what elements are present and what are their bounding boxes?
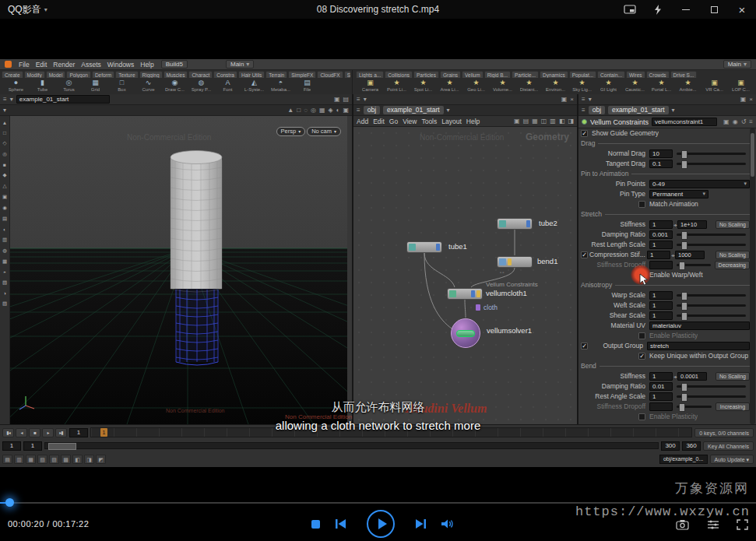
viewport-tool-icon[interactable]: ◎ — [2, 151, 7, 157]
network-menu-item[interactable]: Go — [389, 118, 398, 125]
ladder-arrows-icon[interactable]: ◂▸ — [671, 252, 674, 258]
param-slider[interactable] — [677, 244, 746, 246]
viewport-tool-icon[interactable]: ◆ — [3, 172, 7, 178]
param-slider[interactable] — [677, 264, 711, 266]
shelf-tab[interactable]: Solid — [344, 71, 350, 78]
viewport-toolbar-icon[interactable]: □ — [297, 107, 301, 114]
param-field-wide[interactable]: 0-49▾ — [649, 180, 750, 188]
menu-item[interactable]: Windows — [107, 61, 134, 69]
shelf-tool[interactable]: ★Spot Li... — [410, 79, 436, 93]
shelf-tool[interactable]: ▣VR Ca... — [701, 79, 727, 93]
shelf-tool[interactable]: ★Point Li... — [384, 79, 410, 93]
param-field[interactable]: 1 — [649, 372, 673, 381]
next-button[interactable] — [414, 518, 427, 529]
viewport-toolbar-icon[interactable]: ▣ — [343, 107, 349, 114]
params-header-icon[interactable]: ◉ — [733, 119, 738, 125]
desktop-selector[interactable]: Main▾ — [226, 60, 254, 69]
shelf-tool[interactable]: □Box — [109, 79, 135, 93]
camera-badge[interactable]: No cam▾ — [307, 127, 341, 136]
viewport-tool-icon[interactable]: □ — [3, 130, 6, 135]
shelf-tab[interactable]: Hair Utils — [238, 71, 265, 78]
shelf-tool[interactable]: ★Area Li... — [437, 79, 462, 93]
shelf-tool[interactable]: ●Sphere — [3, 79, 29, 93]
playbar-toggle-icon[interactable]: ▩ — [61, 455, 71, 464]
param-field[interactable]: 1 — [649, 291, 673, 300]
param-field[interactable]: 1 — [649, 220, 673, 229]
pane-divider[interactable] — [352, 94, 353, 424]
shelf-tab[interactable]: Wires — [626, 71, 645, 78]
shelf-tab[interactable]: Lights a... — [356, 71, 384, 78]
params-header-icon[interactable]: ▣ — [723, 119, 730, 125]
playbar-toggle-icon[interactable]: ▤ — [2, 455, 12, 464]
playbar-toggle-icon[interactable]: ▦ — [26, 455, 36, 464]
viewport-tool-icon[interactable]: ▲ — [2, 120, 7, 125]
param-field[interactable] — [649, 261, 673, 269]
breadcrumb-current[interactable]: example_01_start — [608, 106, 669, 114]
playbar-toggle-icon[interactable]: ◧ — [72, 455, 83, 464]
pane-split-icon[interactable]: ▣ — [740, 97, 747, 103]
viewport-tool-icon[interactable]: ◉ — [2, 205, 7, 211]
shelf-tab[interactable]: Populat... — [569, 71, 596, 78]
playbar-toggle-icon[interactable]: ◩ — [96, 455, 106, 464]
breadcrumb-current[interactable]: example_01_start — [383, 106, 444, 114]
shelf-tab[interactable]: Rigid B... — [484, 71, 511, 78]
chevron-down-icon[interactable]: ▾ — [447, 107, 450, 114]
network-menu-item[interactable]: Layout — [441, 118, 462, 125]
shelf-tool[interactable]: ★Portal L... — [649, 79, 674, 93]
shelf-tab[interactable]: CloudFX — [317, 71, 343, 78]
persp-view-badge[interactable]: Persp▾ — [276, 127, 306, 136]
ladder-arrows-icon[interactable]: ◂▸ — [673, 374, 677, 379]
param-field[interactable]: 0.01 — [649, 382, 673, 391]
shelf-tool[interactable]: ★GI Light — [596, 79, 621, 93]
param-slider[interactable] — [677, 153, 746, 155]
playbar-toggle-icon[interactable]: ▧ — [37, 455, 47, 464]
node-display-flag[interactable] — [471, 290, 475, 297]
node-vellumcloth1[interactable] — [447, 288, 483, 300]
param-dropdown[interactable]: Permanent▾ — [649, 190, 709, 198]
hamburger-icon[interactable]: ≡ — [582, 97, 585, 103]
viewport-toolbar-icon[interactable]: ▦ — [319, 107, 325, 114]
playbar-path-field[interactable]: obj/example_0... — [659, 455, 708, 464]
param-checkbox[interactable] — [638, 201, 645, 208]
shelf-tab[interactable]: Texture — [115, 71, 138, 78]
scene-path-field[interactable]: example_01_start — [16, 95, 110, 104]
play-button[interactable] — [367, 510, 395, 538]
shelf-tab[interactable]: Polygon — [66, 71, 91, 78]
shelf-tab[interactable]: Modify — [24, 71, 45, 78]
viewport-tool-icon[interactable]: ◑ — [3, 290, 6, 296]
scrollbar-thumb[interactable] — [751, 133, 754, 177]
viewport-tool-icon[interactable]: ◇ — [3, 140, 7, 146]
node-tube1[interactable] — [406, 241, 442, 253]
shelf-tab[interactable]: Deform — [92, 71, 114, 78]
screenshot-button[interactable] — [676, 519, 689, 530]
param-slider[interactable] — [677, 163, 746, 165]
viewport-toolbar-icon[interactable]: ◌ — [304, 107, 308, 114]
viewport-toolbar-icon[interactable]: ◈ — [328, 107, 332, 114]
shelf-tool[interactable]: ★Environ... — [543, 79, 568, 93]
shelf-tool[interactable]: ▦Grid — [83, 79, 108, 93]
viewport-tool-icon[interactable]: ▥ — [2, 237, 7, 243]
viewport-tool-icon[interactable]: ▤ — [2, 216, 7, 222]
param-field[interactable]: 0.001 — [649, 230, 673, 239]
volume-button[interactable] — [441, 518, 455, 529]
viewport-tool-icon[interactable]: △ — [3, 183, 7, 189]
close-button[interactable]: × — [728, 0, 756, 19]
hamburger-icon[interactable]: ≡ — [357, 107, 360, 114]
viewport-tool-icon[interactable]: ■ — [3, 162, 6, 167]
param-checkbox[interactable]: ✓ — [581, 251, 588, 258]
param-field[interactable]: 1 — [647, 251, 670, 259]
network-menu-item[interactable]: Add — [357, 118, 368, 125]
shelf-tool[interactable]: ▤File — [294, 79, 320, 93]
shelf-tab[interactable]: Grains — [440, 71, 461, 78]
app-menu[interactable]: QQ影音 ▾ — [8, 3, 47, 16]
param-slider[interactable] — [677, 314, 746, 317]
shelf-tab[interactable]: Collisions — [385, 71, 413, 78]
scaling-button[interactable]: No Scaling — [716, 372, 750, 381]
shelf-tab[interactable]: Drive S... — [670, 71, 698, 78]
param-slider[interactable] — [677, 385, 746, 388]
param-checkbox[interactable] — [638, 332, 645, 339]
viewport-tool-icon[interactable]: ▣ — [2, 194, 7, 200]
shelf-tab[interactable]: Particles — [413, 71, 439, 78]
param-slider[interactable] — [677, 395, 746, 398]
chevron-down-icon[interactable]: ▾ — [589, 97, 592, 103]
